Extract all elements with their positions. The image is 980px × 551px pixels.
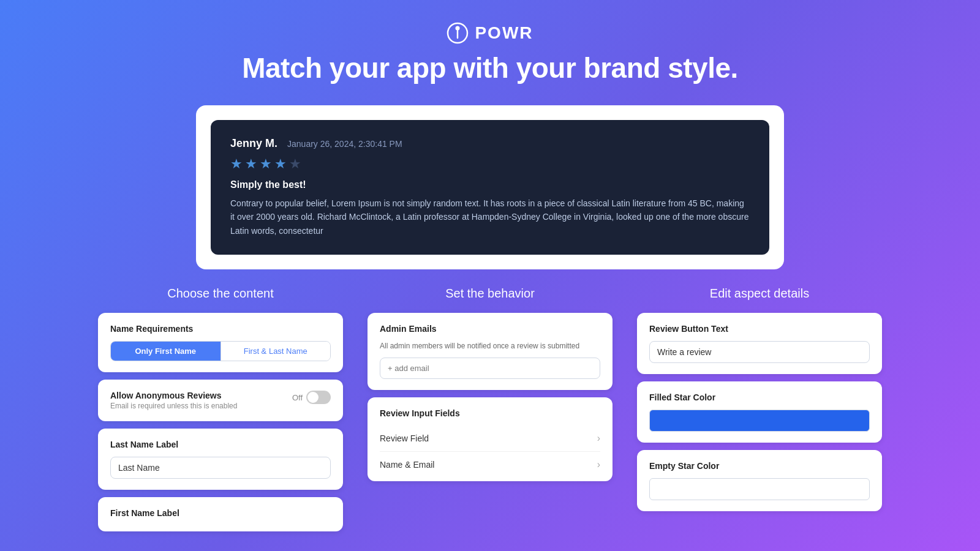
star-rating: ★ ★ ★ ★ ★ (230, 156, 750, 172)
review-field-chevron-icon: › (597, 433, 600, 444)
review-field-label: Review Field (380, 433, 429, 443)
filled-star-color-swatch[interactable] (649, 410, 870, 432)
star-1: ★ (230, 156, 243, 172)
last-name-input[interactable] (110, 457, 331, 479)
name-requirements-toggle[interactable]: Only First Name First & Last Name (110, 341, 331, 361)
bottom-sections: Choose the content Name Requirements Onl… (0, 287, 980, 539)
only-first-name-button[interactable]: Only First Name (111, 342, 221, 361)
anonymous-reviews-labels: Allow Anonymous Reviews Email is require… (110, 391, 237, 410)
main-headline: Match your app with your brand style. (0, 51, 980, 84)
review-input-fields-title: Review Input Fields (380, 408, 600, 418)
content-section: Choose the content Name Requirements Onl… (98, 287, 343, 539)
review-button-text-input[interactable] (649, 341, 870, 363)
aspect-section: Edit aspect details Review Button Text F… (637, 287, 882, 539)
content-section-title: Choose the content (98, 287, 343, 301)
aspect-section-title: Edit aspect details (637, 287, 882, 301)
admin-emails-title: Admin Emails (380, 324, 600, 334)
review-field-item[interactable]: Review Field › (380, 425, 600, 452)
anonymous-toggle-switch[interactable] (306, 391, 331, 404)
filled-star-color-card: Filled Star Color (637, 381, 882, 443)
review-button-text-title: Review Button Text (649, 324, 870, 334)
review-body: Contrary to popular belief, Lorem Ipsum … (230, 197, 750, 238)
star-4: ★ (274, 156, 287, 172)
anonymous-reviews-row: Allow Anonymous Reviews Email is require… (110, 391, 331, 410)
star-5: ★ (289, 156, 301, 172)
empty-star-color-title: Empty Star Color (649, 461, 870, 471)
logo: POWR (0, 22, 980, 44)
empty-star-color-card: Empty Star Color (637, 450, 882, 511)
admin-emails-card: Admin Emails All admin members will be n… (368, 313, 612, 390)
add-email-input[interactable] (380, 358, 600, 379)
powr-logo-icon (447, 22, 469, 44)
first-name-label-title: First Name Label (110, 508, 331, 518)
review-card: Jenny M. January 26, 2024, 2:30:41 PM ★ … (211, 120, 769, 255)
behavior-section: Set the behavior Admin Emails All admin … (368, 287, 612, 539)
anonymous-reviews-label: Allow Anonymous Reviews (110, 391, 237, 400)
review-meta: Jenny M. January 26, 2024, 2:30:41 PM (230, 137, 750, 150)
page-header: POWR Match your app with your brand styl… (0, 0, 980, 99)
preview-container: Jenny M. January 26, 2024, 2:30:41 PM ★ … (196, 105, 784, 269)
empty-star-color-swatch[interactable] (649, 478, 870, 500)
first-last-name-button[interactable]: First & Last Name (221, 342, 331, 361)
review-button-text-card: Review Button Text (637, 313, 882, 374)
name-requirements-card: Name Requirements Only First Name First … (98, 313, 343, 372)
last-name-label-card: Last Name Label (98, 429, 343, 490)
last-name-label-title: Last Name Label (110, 440, 331, 449)
reviewer-name: Jenny M. (230, 137, 277, 150)
name-email-label: Name & Email (380, 460, 434, 470)
logo-text: POWR (475, 23, 533, 43)
review-date: January 26, 2024, 2:30:41 PM (287, 139, 402, 149)
name-requirements-label: Name Requirements (110, 324, 331, 334)
behavior-section-title: Set the behavior (368, 287, 612, 301)
first-name-label-card: First Name Label (98, 497, 343, 531)
name-email-chevron-icon: › (597, 459, 600, 470)
review-input-fields-card: Review Input Fields Review Field › Name … (368, 397, 612, 481)
review-title: Simply the best! (230, 179, 750, 190)
anonymous-toggle-state: Off (292, 393, 303, 402)
filled-star-color-title: Filled Star Color (649, 392, 870, 402)
admin-emails-description: All admin members will be notified once … (380, 341, 600, 351)
anonymous-reviews-sublabel: Email is required unless this is enabled (110, 402, 237, 410)
star-3: ★ (260, 156, 272, 172)
star-2: ★ (245, 156, 257, 172)
name-email-item[interactable]: Name & Email › (380, 452, 600, 470)
anonymous-toggle-group[interactable]: Off (292, 391, 331, 404)
anonymous-reviews-card: Allow Anonymous Reviews Email is require… (98, 380, 343, 421)
